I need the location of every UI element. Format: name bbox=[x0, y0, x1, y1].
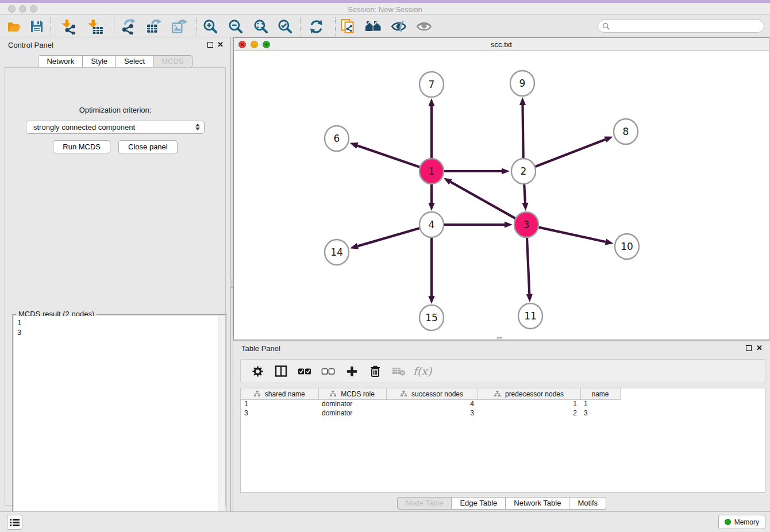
mcds-tab-content: Optimization criterion: strongly connect… bbox=[5, 67, 226, 506]
result-scrollbar[interactable] bbox=[218, 316, 225, 532]
control-panel-header: Control Panel ✕ bbox=[0, 37, 230, 53]
graph-edge-4-14[interactable] bbox=[350, 228, 419, 249]
graph-edge-2-3[interactable] bbox=[522, 184, 528, 211]
graph-node-7[interactable]: 7 bbox=[419, 72, 444, 97]
task-history-button[interactable] bbox=[7, 515, 22, 530]
apply-style-button[interactable] bbox=[307, 18, 325, 35]
tab-style[interactable]: Style bbox=[82, 55, 116, 68]
graph-node-2[interactable]: 2 bbox=[511, 159, 536, 184]
table-row[interactable]: 1dominator411 bbox=[241, 399, 620, 408]
zoom-selected-button[interactable] bbox=[276, 18, 294, 35]
graph-edge-1-2[interactable] bbox=[444, 168, 510, 174]
column-selector-button[interactable] bbox=[274, 364, 288, 378]
column-header-shared-name[interactable]: shared name bbox=[241, 388, 318, 399]
import-table-button[interactable] bbox=[86, 18, 105, 35]
graph-edge-4-15[interactable] bbox=[428, 237, 434, 304]
graph-edge-3-10[interactable] bbox=[538, 228, 613, 245]
graph-edge-3-1[interactable] bbox=[444, 178, 515, 218]
export-network-button[interactable] bbox=[120, 18, 138, 35]
table-panel-header: Table Panel ✕ bbox=[233, 341, 770, 356]
graph-edge-4-3[interactable] bbox=[444, 221, 513, 228]
mcds-result-text[interactable]: 1 3 bbox=[14, 316, 225, 532]
criterion-select[interactable]: strongly connected component bbox=[26, 121, 205, 134]
graph-node-15[interactable]: 15 bbox=[419, 305, 444, 330]
tab-motifs[interactable]: Motifs bbox=[569, 497, 606, 510]
export-table-button[interactable] bbox=[145, 18, 163, 35]
graph-node-6[interactable]: 6 bbox=[325, 126, 349, 151]
tab-mcds[interactable]: MCDS bbox=[153, 55, 192, 68]
tab-select[interactable]: Select bbox=[116, 55, 153, 68]
table-cell: 1 bbox=[580, 399, 620, 408]
graph-node-11[interactable]: 11 bbox=[518, 303, 542, 329]
function-builder-button[interactable]: f(x) bbox=[415, 364, 429, 378]
column-header-name[interactable]: name bbox=[580, 388, 620, 399]
float-panel-icon[interactable] bbox=[746, 345, 752, 351]
hide-graphics-details-button[interactable] bbox=[390, 18, 408, 35]
float-panel-icon[interactable] bbox=[207, 42, 213, 48]
eye-icon bbox=[416, 18, 432, 34]
import-network-button[interactable] bbox=[59, 18, 78, 35]
column-label: name bbox=[591, 390, 609, 398]
graph-node-1[interactable]: 1 bbox=[419, 159, 444, 184]
eye-slash-icon bbox=[391, 18, 407, 34]
create-column-button[interactable] bbox=[345, 364, 359, 378]
column-label: shared name bbox=[265, 390, 305, 398]
export-image-button[interactable] bbox=[170, 18, 188, 35]
table-cell: 4 bbox=[386, 399, 478, 408]
save-session-button[interactable] bbox=[28, 18, 46, 35]
graph-edge-1-4[interactable] bbox=[428, 184, 434, 211]
zoom-in-icon bbox=[202, 18, 218, 34]
column-header-successor-nodes[interactable]: successor nodes bbox=[386, 388, 478, 399]
graph-edge-2-8[interactable] bbox=[536, 137, 613, 167]
column-type-icon bbox=[254, 391, 260, 397]
graph-svg[interactable]: 1234678910111415 bbox=[234, 51, 769, 340]
tab-network-table[interactable]: Network Table bbox=[505, 497, 569, 510]
graph-edge-1-6[interactable] bbox=[350, 142, 420, 167]
network-window-titlebar[interactable]: ✕ – + scc.txt bbox=[234, 38, 769, 51]
show-graphics-details-button[interactable] bbox=[415, 18, 433, 35]
close-panel-icon[interactable]: ✕ bbox=[217, 40, 224, 49]
close-panel-icon[interactable]: ✕ bbox=[756, 344, 763, 352]
memory-button[interactable]: Memory bbox=[718, 515, 765, 529]
graph-node-10[interactable]: 10 bbox=[615, 234, 639, 259]
column-label: MCDS role bbox=[341, 390, 375, 398]
search-field[interactable] bbox=[598, 20, 764, 33]
zoom-fit-button[interactable] bbox=[252, 18, 270, 35]
delete-table-button[interactable] bbox=[392, 364, 406, 378]
status-bar: Memory bbox=[0, 511, 770, 532]
zoom-fit-icon bbox=[253, 18, 269, 34]
graph-node-label: 4 bbox=[429, 219, 435, 230]
node-table[interactable]: shared nameMCDS rolesuccessor nodesprede… bbox=[240, 388, 765, 493]
graph-node-4[interactable]: 4 bbox=[419, 212, 444, 237]
select-all-button[interactable] bbox=[298, 364, 311, 378]
tab-edge-table[interactable]: Edge Table bbox=[451, 497, 506, 510]
zoom-in-button[interactable] bbox=[201, 18, 220, 35]
graph-node-9[interactable]: 9 bbox=[510, 71, 534, 96]
table-row[interactable]: 3dominator323 bbox=[241, 408, 620, 418]
graph-node-3[interactable]: 3 bbox=[514, 212, 538, 237]
network-canvas[interactable]: 1234678910111415 bbox=[234, 51, 769, 340]
graph-edge-1-7[interactable] bbox=[428, 98, 434, 159]
column-header-predecessor-nodes[interactable]: predecessor nodes bbox=[478, 388, 580, 399]
toolbar-separator bbox=[335, 17, 336, 36]
close-panel-button[interactable]: Close panel bbox=[118, 140, 178, 153]
tab-network[interactable]: Network bbox=[38, 55, 83, 68]
table-settings-button[interactable] bbox=[251, 364, 264, 378]
table-cell: 3 bbox=[386, 408, 478, 418]
show-all-networks-button[interactable] bbox=[364, 18, 383, 35]
optimization-criterion-label: Optimization criterion: bbox=[5, 106, 225, 114]
zoom-out-button[interactable] bbox=[226, 18, 245, 35]
search-input[interactable] bbox=[613, 21, 764, 32]
save-floppy-icon bbox=[29, 19, 44, 34]
deselect-all-button[interactable] bbox=[321, 364, 335, 378]
tab-node-table[interactable]: Node Table bbox=[397, 497, 452, 510]
clone-network-button[interactable] bbox=[339, 18, 357, 35]
column-header-MCDS-role[interactable]: MCDS role bbox=[318, 388, 386, 399]
graph-edge-2-9[interactable] bbox=[519, 97, 526, 159]
graph-edge-3-11[interactable] bbox=[526, 237, 533, 302]
open-session-button[interactable] bbox=[5, 18, 23, 35]
graph-node-8[interactable]: 8 bbox=[614, 119, 638, 144]
graph-node-14[interactable]: 14 bbox=[325, 240, 349, 265]
run-mcds-button[interactable]: Run MCDS bbox=[53, 140, 110, 153]
delete-column-button[interactable] bbox=[368, 364, 382, 378]
